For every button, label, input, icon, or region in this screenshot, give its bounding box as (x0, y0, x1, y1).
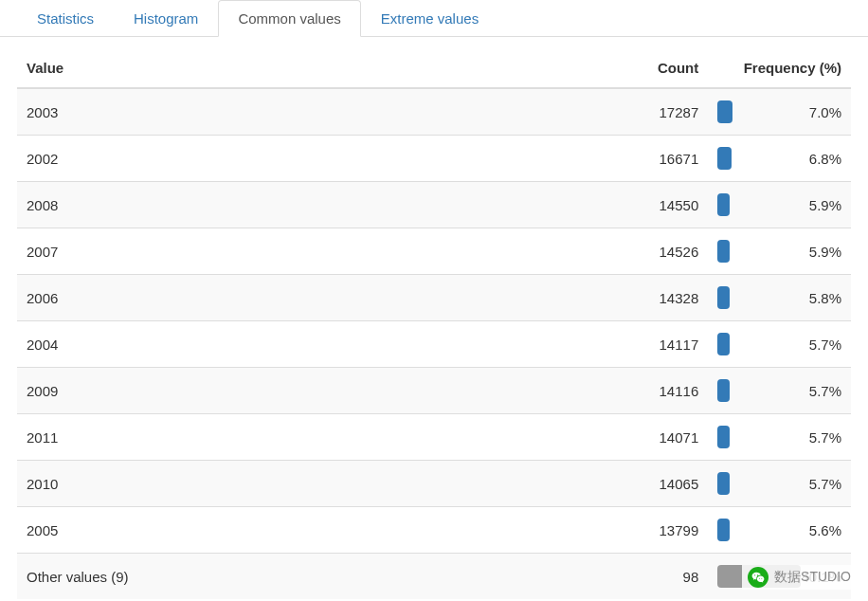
cell-value: 2002 (17, 136, 623, 182)
tab-extreme-values[interactable]: Extreme values (361, 0, 498, 37)
cell-count: 98 (623, 554, 708, 600)
cell-count: 14116 (623, 368, 708, 414)
frequency-percent: 6.8% (732, 151, 841, 167)
table-header-row: Value Count Frequency (%) (17, 48, 851, 88)
cell-count: 13799 (623, 507, 708, 554)
cell-frequency: 5.9% (708, 228, 851, 275)
table-row: 2011140715.7% (17, 414, 851, 461)
frequency-bar (717, 193, 730, 216)
cell-count: 16671 (623, 136, 708, 182)
frequency-percent: 5.9% (730, 244, 841, 260)
cell-count: 14065 (623, 461, 708, 507)
frequency-bar (717, 100, 732, 123)
col-header-frequency: Frequency (%) (708, 48, 851, 88)
wechat-icon (748, 567, 769, 588)
frequency-bar (717, 147, 732, 170)
common-values-table: Value Count Frequency (%) 2003172877.0%2… (17, 48, 851, 599)
table-row: Other values (9)9840.1% (17, 554, 851, 600)
cell-frequency: 5.6% (708, 507, 851, 554)
cell-value: 2011 (17, 414, 623, 461)
frequency-percent: 5.7% (730, 476, 841, 492)
table-row: 2009141165.7% (17, 368, 851, 414)
cell-value: 2006 (17, 275, 623, 321)
cell-value: 2007 (17, 228, 623, 275)
frequency-percent: 5.8% (730, 290, 841, 306)
frequency-percent: 5.7% (730, 337, 841, 353)
cell-value: 2008 (17, 182, 623, 228)
cell-value: 2010 (17, 461, 623, 507)
frequency-bar (717, 379, 730, 402)
cell-frequency: 7.0% (708, 88, 851, 136)
table-row: 2008145505.9% (17, 182, 851, 228)
watermark: 数据STUDIO (742, 565, 857, 590)
cell-value: Other values (9) (17, 554, 623, 600)
cell-frequency: 5.7% (708, 414, 851, 461)
frequency-bar (717, 333, 730, 355)
frequency-percent: 5.9% (730, 197, 841, 213)
table-row: 2003172877.0% (17, 88, 851, 136)
tab-common-values[interactable]: Common values (218, 0, 360, 37)
frequency-percent: 5.6% (730, 522, 841, 538)
cell-count: 14526 (623, 228, 708, 275)
tab-bar: Statistics Histogram Common values Extre… (0, 0, 868, 37)
table-row: 2006143285.8% (17, 275, 851, 321)
cell-frequency: 5.7% (708, 321, 851, 368)
table-row: 2004141175.7% (17, 321, 851, 368)
cell-count: 17287 (623, 88, 708, 136)
tab-statistics[interactable]: Statistics (17, 0, 114, 37)
cell-frequency: 6.8% (708, 136, 851, 182)
table-row: 2010140655.7% (17, 461, 851, 507)
table-row: 2007145265.9% (17, 228, 851, 275)
frequency-percent: 5.7% (730, 383, 841, 399)
col-header-value: Value (17, 48, 623, 88)
watermark-text: 数据STUDIO (774, 569, 851, 586)
frequency-bar (717, 286, 730, 309)
cell-value: 2003 (17, 88, 623, 136)
frequency-bar (717, 519, 729, 541)
cell-value: 2004 (17, 321, 623, 368)
table-row: 2005137995.6% (17, 507, 851, 554)
cell-count: 14550 (623, 182, 708, 228)
cell-frequency: 5.9% (708, 182, 851, 228)
cell-frequency: 5.7% (708, 368, 851, 414)
cell-value: 2005 (17, 507, 623, 554)
cell-count: 14328 (623, 275, 708, 321)
cell-count: 14071 (623, 414, 708, 461)
cell-frequency: 5.8% (708, 275, 851, 321)
frequency-bar (717, 426, 730, 448)
frequency-bar (717, 472, 730, 495)
tab-histogram[interactable]: Histogram (114, 0, 218, 37)
col-header-count: Count (623, 48, 708, 88)
table-row: 2002166716.8% (17, 136, 851, 182)
cell-count: 14117 (623, 321, 708, 368)
frequency-percent: 5.7% (730, 429, 841, 446)
frequency-bar (717, 240, 730, 263)
cell-frequency: 5.7% (708, 461, 851, 507)
frequency-percent: 7.0% (732, 104, 841, 120)
cell-value: 2009 (17, 368, 623, 414)
